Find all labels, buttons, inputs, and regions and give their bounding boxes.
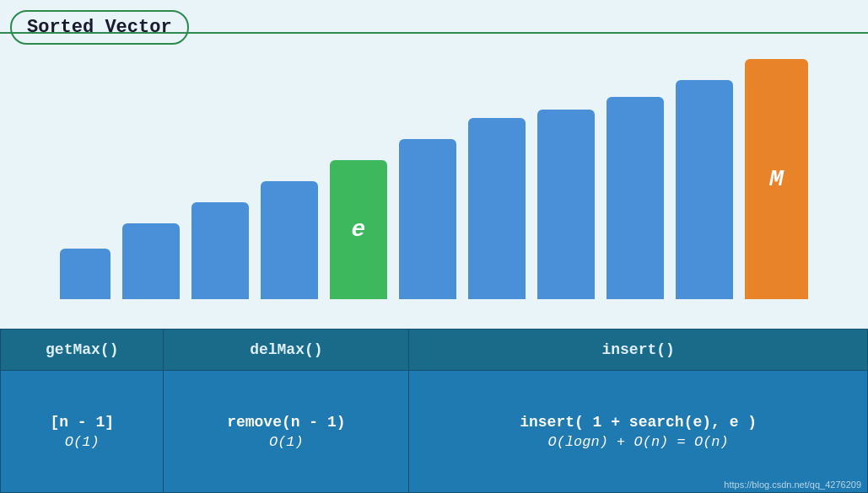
getmax-line1: [n - 1] [9,414,154,431]
bar [537,110,595,299]
bar: M [745,59,808,299]
bar-label: e [352,217,366,243]
bar [468,118,526,299]
bar [60,249,111,299]
title-divider [0,32,868,34]
getmax-line2: O(1) [9,434,154,450]
complexity-table: getMax() delMax() insert() [n - 1] O(1) … [0,329,868,493]
delmax-line2: O(1) [172,434,400,450]
col-header-delmax: delMax() [164,330,409,371]
bar [399,139,456,299]
bar-label: M [769,166,784,192]
col-header-getmax: getMax() [1,330,164,371]
bar [191,202,249,299]
insert-line2: O(logn) + O(n) = O(n) [418,434,859,450]
delmax-line1: remove(n - 1) [172,414,400,431]
watermark: https://blog.csdn.net/qq_4276209 [724,480,861,490]
insert-line1: insert( 1 + search(e), e ) [418,414,859,431]
col-header-insert: insert() [409,330,868,371]
bar [122,223,180,299]
bar [261,181,318,299]
cell-insert: insert( 1 + search(e), e ) O(logn) + O(n… [409,371,868,493]
title-box: Sorted Vector [10,10,189,45]
cell-delmax: remove(n - 1) O(1) [164,371,409,493]
bar [676,80,733,299]
cell-getmax: [n - 1] O(1) [1,371,164,493]
bar: e [330,160,387,299]
bar [607,97,664,299]
bar-chart: eM [51,46,817,308]
page-title: Sorted Vector [27,17,172,38]
